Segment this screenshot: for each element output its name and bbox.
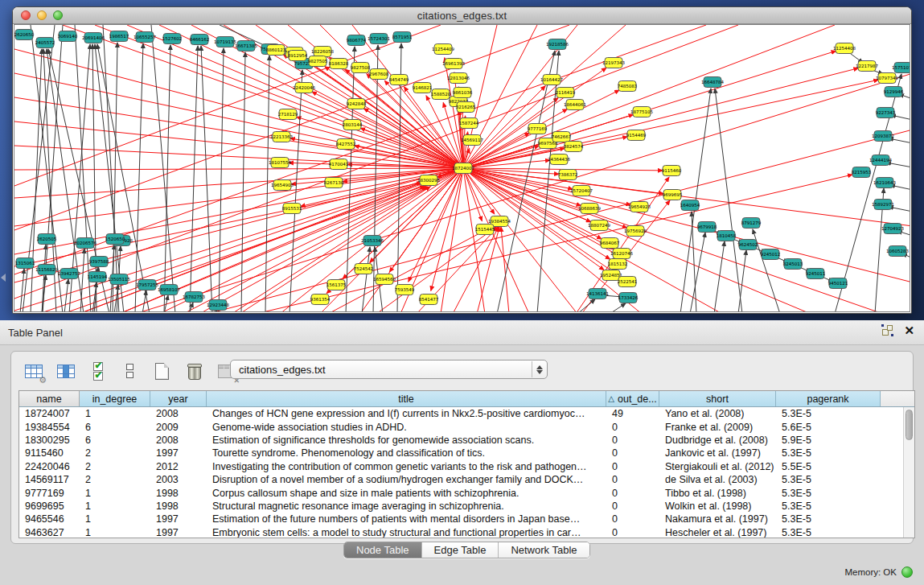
network-canvas[interactable]: 2620650240557230691402069140619865171065… — [14, 24, 910, 312]
table-row[interactable]: 2242004622012Investigating the contribut… — [19, 460, 903, 473]
graph-node[interactable]: 12197343 — [602, 58, 625, 68]
graph-node[interactable]: 8915531 — [282, 204, 302, 214]
graph-node[interactable]: 12704923 — [881, 224, 904, 234]
close-panel-icon[interactable]: ✕ — [904, 325, 914, 336]
table-row[interactable]: 977716911998Corpus callosum shape and si… — [19, 486, 903, 499]
graph-node[interactable]: 12923448 — [207, 300, 229, 311]
column-header-year[interactable]: year — [150, 391, 207, 406]
graph-node[interactable]: 19654923 — [628, 202, 651, 212]
graph-node[interactable]: 12093872 — [872, 131, 894, 142]
graph-node[interactable]: 12444194 — [869, 155, 892, 166]
graph-node[interactable]: 11156829 — [35, 265, 58, 275]
graph-node[interactable]: 2803144 — [343, 120, 363, 130]
graph-node[interactable]: 3824574 — [564, 142, 584, 152]
graph-node[interactable]: 9624502 — [738, 240, 758, 250]
graph-node[interactable]: 20691406 — [82, 33, 105, 43]
graph-node[interactable]: 2967608 — [369, 69, 389, 80]
graph-node[interactable]: 8427552 — [336, 139, 356, 150]
new-column-icon[interactable] — [151, 360, 173, 382]
graph-node[interactable]: 1733426 — [618, 293, 639, 303]
graph-node[interactable]: 8466162 — [190, 35, 210, 45]
graph-node[interactable]: 8791279 — [741, 218, 762, 229]
graph-node[interactable]: 9450121 — [828, 278, 848, 289]
close-window-button[interactable] — [21, 10, 31, 20]
graph-node[interactable]: 9154469 — [626, 130, 647, 141]
column-header-out_de[interactable]: △out_de... — [606, 391, 659, 406]
graph-node[interactable]: 21053346 — [361, 236, 384, 246]
graph-node[interactable]: 3216265 — [456, 102, 476, 113]
graph-node[interactable]: 18226058 — [311, 47, 334, 57]
graph-node[interactable]: 7593549 — [395, 285, 415, 295]
graph-node[interactable]: 9129946 — [884, 87, 904, 97]
graph-node[interactable]: 16782753 — [183, 292, 205, 303]
graph-node[interactable]: 8267130 — [324, 178, 344, 188]
graph-node[interactable]: 8454749 — [389, 75, 409, 85]
collapse-pane-arrow-icon[interactable] — [1, 274, 6, 282]
graph-node[interactable]: 1515445 — [475, 225, 495, 235]
graph-node[interactable]: 18775105 — [630, 107, 653, 117]
graph-node[interactable]: 7524542 — [354, 264, 374, 274]
graph-node[interactable]: 1815132 — [608, 259, 628, 270]
graph-node[interactable]: 1587244 — [459, 118, 479, 129]
graph-node[interactable]: 8245013 — [783, 259, 803, 270]
graph-node[interactable]: 12813046 — [447, 73, 470, 84]
graph-node[interactable]: 2718129 — [278, 109, 298, 120]
graph-node[interactable]: 16961393 — [442, 59, 465, 69]
graph-node[interactable]: 9245012 — [761, 249, 781, 260]
graph-node[interactable]: 8186328 — [329, 59, 349, 69]
column-header-pagerank[interactable]: pagerank — [776, 391, 881, 406]
graph-node[interactable]: 7462667 — [552, 132, 572, 142]
table-row[interactable]: 911546021997Tourette syndrome. Phenomeno… — [19, 447, 903, 459]
graph-node[interactable]: 22420046 — [293, 83, 315, 93]
graph-node[interactable]: 19654903 — [271, 180, 294, 191]
graph-node[interactable]: 24364436 — [548, 154, 570, 165]
graph-node[interactable]: 3069140 — [58, 31, 78, 42]
graph-node[interactable]: 2405572 — [35, 38, 55, 48]
graph-node[interactable]: 10719135 — [214, 37, 236, 47]
graph-node[interactable]: 1315061 — [15, 258, 35, 269]
column-header-in_degree[interactable]: in_degree — [80, 391, 150, 406]
graph-node[interactable]: 4170041 — [329, 159, 349, 170]
graph-node[interactable]: 17957255 — [136, 280, 158, 290]
graph-node[interactable]: 1527602 — [162, 34, 183, 44]
graph-node[interactable]: 15724301 — [368, 34, 390, 44]
table-row[interactable]: 1938455462009Genome-wide association stu… — [19, 420, 903, 433]
graph-node[interactable]: 16594560 — [373, 274, 396, 285]
graph-node[interactable]: 16210643 — [873, 178, 896, 188]
graph-node[interactable]: 2620650 — [14, 30, 35, 40]
graph-node[interactable]: 18107554 — [269, 158, 291, 168]
graph-node[interactable]: 1986517 — [109, 31, 129, 42]
graph-node[interactable]: 2620505 — [37, 234, 57, 245]
graph-node[interactable]: 11254409 — [432, 44, 454, 55]
graph-node[interactable]: 8571951 — [392, 32, 413, 43]
graph-node[interactable]: 2116419 — [556, 88, 576, 98]
graph-node[interactable]: 8541477 — [419, 295, 439, 305]
graph-node[interactable]: 10797349 — [876, 73, 898, 84]
table-row[interactable]: 969969511998Structural magnetic resonanc… — [19, 500, 903, 513]
graph-node[interactable]: 19218586 — [546, 39, 569, 50]
column-header-name[interactable]: name — [19, 391, 80, 406]
graph-node[interactable]: 10688639 — [578, 204, 601, 214]
minimize-window-button[interactable] — [37, 10, 47, 20]
graph-node[interactable]: 12217987 — [856, 61, 878, 72]
network-window-titlebar[interactable]: citations_edges.txt — [13, 7, 911, 24]
graph-node[interactable]: 14569117 — [461, 135, 483, 146]
graph-node[interactable]: 18300295 — [417, 175, 440, 186]
graph-node[interactable]: 20206576 — [74, 238, 97, 249]
graph-node[interactable]: 1810458 — [717, 231, 737, 241]
graph-node[interactable]: 9777169 — [528, 124, 548, 134]
show-column-icon[interactable] — [55, 360, 76, 382]
zoom-window-button[interactable] — [53, 10, 63, 20]
graph-node[interactable]: 14136141 — [586, 289, 609, 299]
graph-node[interactable]: 9827505 — [308, 56, 328, 67]
float-panel-icon[interactable] — [882, 325, 893, 336]
table-row[interactable]: 946554611997Estimation of the future num… — [19, 513, 903, 525]
column-header-short[interactable]: short — [659, 391, 776, 406]
graph-node[interactable]: 9827508 — [351, 63, 371, 73]
graph-node[interactable]: 16671385 — [235, 41, 257, 51]
graph-node[interactable]: 7386372 — [558, 170, 578, 180]
graph-node[interactable]: 9684067 — [600, 238, 620, 249]
graph-node[interactable]: 9699695 — [663, 190, 683, 200]
scrollbar-thumb[interactable] — [906, 410, 913, 440]
tab-node-table[interactable]: Node Table — [344, 542, 422, 558]
